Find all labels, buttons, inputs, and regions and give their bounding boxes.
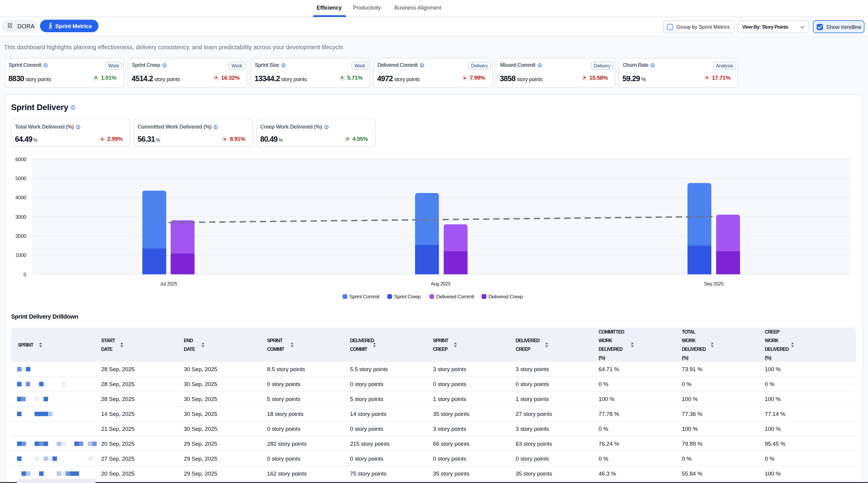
svg-text:2000: 2000 bbox=[15, 233, 26, 239]
svg-text:Aug 2025: Aug 2025 bbox=[431, 281, 451, 286]
svg-text:0: 0 bbox=[24, 272, 26, 278]
svg-text:Jul 2025: Jul 2025 bbox=[160, 281, 177, 286]
svg-text:Sprint Creep: Sprint Creep bbox=[394, 294, 421, 299]
svg-text:Sep 2025: Sep 2025 bbox=[704, 281, 724, 286]
svg-text:Delivered Commit: Delivered Commit bbox=[436, 294, 474, 299]
svg-text:4000: 4000 bbox=[15, 195, 26, 200]
svg-text:1000: 1000 bbox=[15, 252, 26, 258]
svg-text:6000: 6000 bbox=[15, 157, 26, 162]
svg-text:Sprint Commit: Sprint Commit bbox=[349, 294, 379, 299]
svg-text:5000: 5000 bbox=[15, 176, 26, 182]
svg-text:3000: 3000 bbox=[15, 214, 26, 220]
svg-text:Delivered Creep: Delivered Creep bbox=[489, 294, 523, 299]
